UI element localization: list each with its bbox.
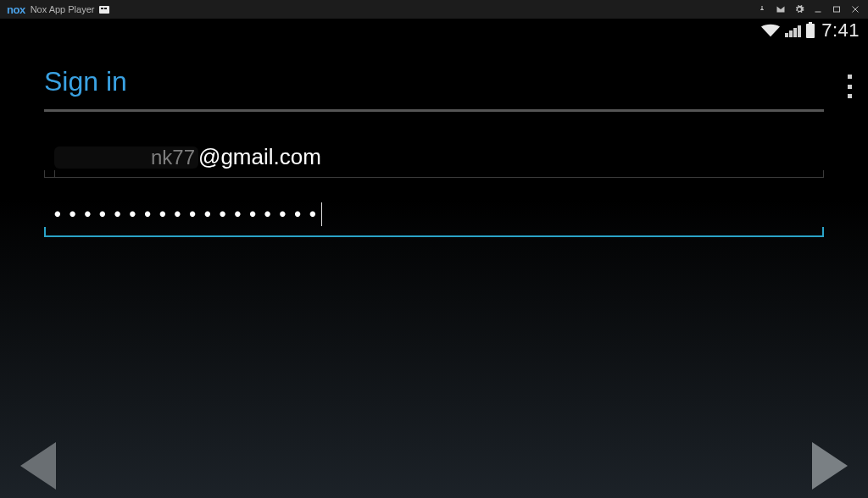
mail-icon[interactable]	[773, 2, 788, 17]
minimize-icon[interactable]	[810, 2, 826, 17]
page-title: Sign in	[44, 66, 824, 112]
next-button[interactable]	[812, 442, 848, 490]
maximize-icon[interactable]	[829, 2, 844, 17]
back-button[interactable]	[20, 442, 56, 490]
close-icon[interactable]	[848, 2, 863, 17]
chevron-left-icon	[20, 442, 56, 490]
password-mask: ••••••••••••••••••	[54, 203, 325, 225]
svg-rect-1	[834, 7, 840, 12]
app-window: nox Nox App Player 7:41	[0, 0, 868, 498]
nox-logo: nox	[7, 3, 25, 16]
pin-icon[interactable]	[754, 2, 770, 17]
battery-icon	[806, 24, 815, 38]
signal-icon	[785, 24, 801, 37]
signin-screen: Sign in nk77 @gmail.com ••••••••••••••••…	[0, 42, 868, 498]
settings-icon[interactable]	[792, 2, 807, 17]
status-clock: 7:41	[821, 19, 860, 42]
svg-rect-0	[815, 12, 821, 13]
window-title: Nox App Player	[31, 4, 95, 14]
window-titlebar: nox Nox App Player	[0, 0, 868, 19]
wifi-icon	[761, 24, 780, 37]
android-status-bar: 7:41	[0, 19, 868, 42]
password-field[interactable]: ••••••••••••••••••	[44, 193, 824, 237]
email-masked-prefix: nk77	[54, 147, 198, 169]
chevron-right-icon	[812, 442, 848, 490]
email-visible-suffix: @gmail.com	[198, 144, 321, 170]
overflow-menu-icon[interactable]	[841, 75, 858, 98]
keyboard-icon	[99, 6, 109, 14]
email-field[interactable]: nk77 @gmail.com	[44, 137, 824, 178]
text-cursor	[321, 202, 323, 226]
